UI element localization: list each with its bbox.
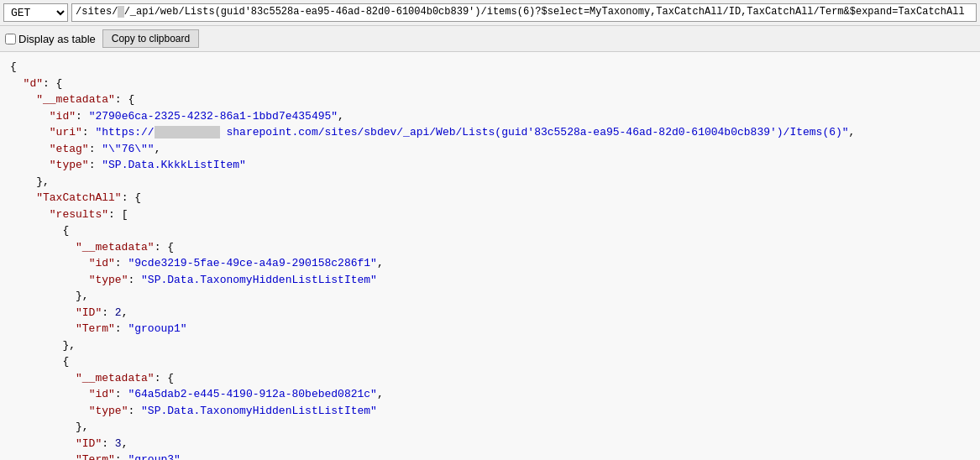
toolbar-row1: GET POST PUT DELETE PATCH /sites/ /_api/… bbox=[0, 0, 980, 26]
display-as-table-label[interactable]: Display as table bbox=[5, 33, 96, 45]
url-bar[interactable]: /sites/ /_api/web/Lists(guid'83c5528a-ea… bbox=[71, 3, 977, 22]
method-select[interactable]: GET POST PUT DELETE PATCH bbox=[3, 3, 68, 22]
display-as-table-checkbox[interactable] bbox=[5, 34, 16, 44]
json-output: { "d": { "__metadata": { "id": "2790e6ca… bbox=[0, 52, 980, 460]
display-as-table-text: Display as table bbox=[18, 33, 96, 45]
url-redacted bbox=[118, 6, 123, 18]
copy-to-clipboard-button[interactable]: Copy to clipboard bbox=[102, 29, 199, 48]
url-suffix: /_api/web/Lists(guid'83c5528a-ea95-46ad-… bbox=[124, 6, 965, 18]
url-prefix: /sites/ bbox=[76, 6, 118, 18]
toolbar-row2: Display as table Copy to clipboard bbox=[0, 26, 980, 52]
